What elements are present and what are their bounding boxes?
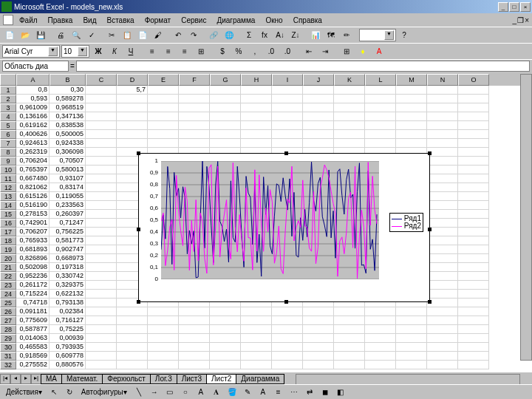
cell[interactable]: 0,668973	[50, 254, 86, 263]
cell[interactable]	[179, 334, 210, 343]
cell[interactable]: 0,716127	[50, 316, 86, 325]
cell[interactable]: 0,838538	[50, 121, 86, 130]
row-header[interactable]: 20	[0, 254, 16, 263]
cell[interactable]: 0,587877	[16, 325, 50, 334]
cell[interactable]	[86, 228, 117, 236]
row-header[interactable]: 23	[0, 281, 16, 290]
row-header[interactable]: 29	[0, 334, 16, 343]
col-header-E[interactable]: E	[148, 74, 179, 86]
cell[interactable]: 0,765397	[16, 166, 50, 174]
cell[interactable]: 0,622132	[50, 290, 86, 299]
cell[interactable]: 0,918569	[16, 352, 50, 361]
cell[interactable]	[365, 334, 396, 343]
cell[interactable]: 0,8	[16, 86, 50, 95]
cell[interactable]	[272, 316, 303, 325]
cell[interactable]	[334, 130, 365, 139]
cell[interactable]	[117, 343, 148, 352]
cell[interactable]	[458, 290, 489, 299]
sum-icon[interactable]: Σ	[242, 28, 256, 43]
cell[interactable]	[396, 86, 427, 95]
cell[interactable]	[148, 343, 179, 352]
cell[interactable]: 0,260397	[50, 210, 86, 219]
cell[interactable]	[86, 95, 117, 103]
cell[interactable]: 0,580013	[50, 166, 86, 174]
cell[interactable]	[458, 281, 489, 290]
cell[interactable]	[241, 361, 272, 369]
cell[interactable]	[365, 130, 396, 139]
cell[interactable]: 0,619162	[16, 121, 50, 130]
doc-restore-button[interactable]: ❐	[517, 16, 524, 24]
cell[interactable]: 0,400626	[16, 130, 50, 139]
menu-edit[interactable]: Правка	[44, 16, 78, 25]
cell[interactable]	[458, 192, 489, 201]
cell[interactable]: 0,02384	[50, 307, 86, 316]
cell[interactable]	[458, 325, 489, 334]
cell[interactable]	[86, 157, 117, 166]
cell[interactable]	[272, 334, 303, 343]
row-header[interactable]: 24	[0, 290, 16, 299]
cell[interactable]	[303, 103, 334, 112]
menu-chart[interactable]: Диаграмма	[212, 16, 259, 25]
bold-icon[interactable]: Ж	[91, 44, 106, 59]
col-header-L[interactable]: L	[365, 74, 396, 86]
row-header[interactable]: 25	[0, 299, 16, 307]
cell[interactable]: 0,961009	[16, 103, 50, 112]
cell[interactable]	[365, 361, 396, 369]
close-button[interactable]: ×	[520, 2, 531, 12]
cell[interactable]	[427, 174, 458, 183]
cell[interactable]	[303, 316, 334, 325]
cell[interactable]	[241, 316, 272, 325]
cell[interactable]	[241, 121, 272, 130]
line-icon[interactable]: ╲	[132, 385, 146, 400]
sheet-tab[interactable]: Лист3	[177, 374, 207, 384]
cell[interactable]: 0,00939	[50, 334, 86, 343]
menu-tools[interactable]: Сервис	[177, 16, 211, 25]
cell[interactable]	[148, 86, 179, 95]
cell[interactable]	[334, 352, 365, 361]
three-d-icon[interactable]: ◧	[333, 385, 348, 400]
cell[interactable]	[427, 210, 458, 219]
menu-help[interactable]: Справка	[289, 16, 327, 25]
cell[interactable]	[241, 307, 272, 316]
cell[interactable]	[303, 334, 334, 343]
row-header[interactable]: 11	[0, 174, 16, 183]
align-left-icon[interactable]: ≡	[145, 44, 160, 59]
cell[interactable]: 0,330742	[50, 272, 86, 281]
cell[interactable]: 0,681893	[16, 245, 50, 254]
menu-window[interactable]: Окно	[261, 16, 287, 25]
cell[interactable]	[241, 112, 272, 121]
cell[interactable]: 0,262319	[16, 148, 50, 157]
fontsize-combo[interactable]: 10▼	[61, 45, 89, 58]
wordart-icon[interactable]: 𝐀	[209, 385, 224, 400]
cell[interactable]: 0,197318	[50, 263, 86, 272]
cell[interactable]	[148, 130, 179, 139]
row-header[interactable]: 18	[0, 236, 16, 245]
cell[interactable]	[272, 352, 303, 361]
cell[interactable]: 0,516190	[16, 201, 50, 210]
cell[interactable]	[427, 307, 458, 316]
cell[interactable]: 0,75225	[50, 325, 86, 334]
merge-icon[interactable]: ⊞	[194, 44, 208, 59]
cell[interactable]	[148, 307, 179, 316]
cell[interactable]	[427, 263, 458, 272]
cell[interactable]	[396, 361, 427, 369]
cell[interactable]	[179, 352, 210, 361]
cell[interactable]	[334, 139, 365, 148]
doc-minimize-button[interactable]: _	[513, 16, 517, 24]
cell[interactable]	[334, 343, 365, 352]
cell[interactable]	[241, 325, 272, 334]
cell[interactable]	[86, 139, 117, 148]
cell[interactable]: 0,500005	[50, 130, 86, 139]
row-header[interactable]: 4	[0, 112, 16, 121]
cell[interactable]	[427, 290, 458, 299]
cell[interactable]: 0,902747	[50, 245, 86, 254]
cell[interactable]: 0,952236	[16, 272, 50, 281]
cell[interactable]	[179, 307, 210, 316]
cell[interactable]	[86, 361, 117, 369]
col-header-K[interactable]: K	[334, 74, 365, 86]
drawing-icon[interactable]: ✏	[339, 28, 354, 43]
cell[interactable]	[396, 112, 427, 121]
cell[interactable]	[117, 95, 148, 103]
inc-indent-icon[interactable]: ⇥	[318, 44, 332, 59]
row-header[interactable]: 31	[0, 352, 16, 361]
